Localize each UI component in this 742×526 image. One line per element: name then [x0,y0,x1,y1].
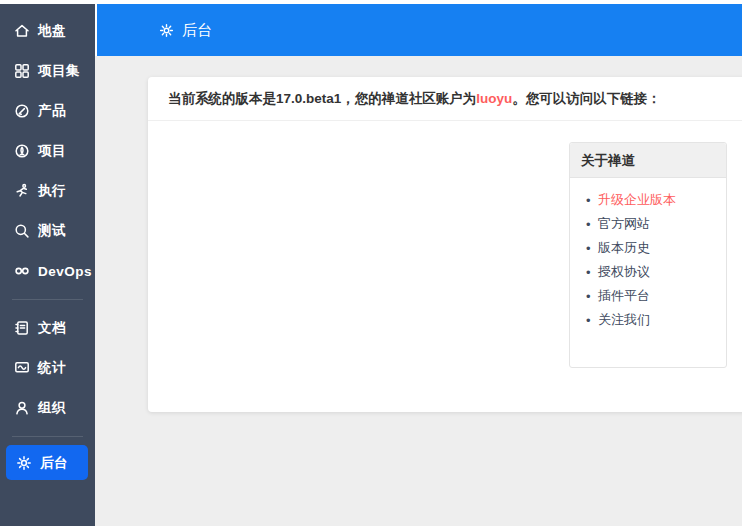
main-card: 当前系统的版本是17.0.beta1，您的禅道社区账户为luoyu。您可以访问以… [148,77,742,412]
sidebar-item-organization[interactable]: 组织 [0,388,95,428]
page: 地盘 项目集 产品 项目 执行 [0,0,742,526]
list-item: • 官方网站 [570,212,726,236]
sidebar-item-label: 后台 [40,454,68,472]
sidebar-item-project[interactable]: 项目 [0,131,95,171]
version-history-link[interactable]: 版本历史 [598,239,650,257]
gear-icon [158,22,175,39]
sidebar-item-label: 产品 [38,102,66,120]
topbar: 后台 [97,4,742,56]
sidebar-item-program[interactable]: 项目集 [0,51,95,91]
grid-icon [13,62,31,80]
sidebar-item-label: 测试 [38,222,66,240]
official-site-link[interactable]: 官方网站 [598,215,650,233]
sidebar-divider [12,436,83,437]
product-icon [13,102,31,120]
stats-monitor-icon [13,359,31,377]
gear-icon [15,454,33,472]
about-panel-title: 关于禅道 [570,143,726,178]
list-item: • 插件平台 [570,284,726,308]
organization-person-icon [13,399,31,417]
project-icon [13,142,31,160]
sidebar-item-label: 项目 [38,142,66,160]
sidebar-item-dashboard[interactable]: 地盘 [0,11,95,51]
about-panel: 关于禅道 • 升级企业版本 • 官方网站 • 版本历史 • [569,142,727,368]
follow-us-link[interactable]: 关注我们 [598,311,650,329]
list-item: • 版本历史 [570,236,726,260]
about-link-list: • 升级企业版本 • 官方网站 • 版本历史 • 授权协议 [570,178,726,332]
community-account: luoyu [476,91,512,106]
bullet-icon: • [586,289,598,304]
sidebar-item-label: 地盘 [38,22,66,40]
sidebar-item-label: 统计 [38,359,66,377]
sidebar-item-admin[interactable]: 后台 [6,445,88,480]
version-notice-suffix: 。您可以访问以下链接： [512,90,661,108]
sidebar-item-product[interactable]: 产品 [0,91,95,131]
sidebar: 地盘 项目集 产品 项目 执行 [0,4,95,526]
home-icon [13,22,31,40]
topbar-title: 后台 [182,21,212,40]
list-item: • 关注我们 [570,308,726,332]
sidebar-divider [12,299,83,300]
bullet-icon: • [586,265,598,280]
license-link[interactable]: 授权协议 [598,263,650,281]
bullet-icon: • [586,241,598,256]
sidebar-item-test[interactable]: 测试 [0,211,95,251]
list-item: • 升级企业版本 [570,188,726,212]
test-magnifier-icon [13,222,31,240]
bullet-icon: • [586,313,598,328]
sidebar-item-execution[interactable]: 执行 [0,171,95,211]
devops-infinity-icon [13,262,31,280]
bullet-icon: • [586,193,598,208]
execution-runner-icon [13,182,31,200]
upgrade-enterprise-link[interactable]: 升级企业版本 [598,191,676,209]
document-icon [13,319,31,337]
sidebar-item-label: 项目集 [38,62,80,80]
sidebar-item-label: DevOps [38,264,92,279]
sidebar-item-devops[interactable]: DevOps [0,251,95,291]
sidebar-item-stats[interactable]: 统计 [0,348,95,388]
sidebar-item-label: 组织 [38,399,66,417]
sidebar-item-label: 执行 [38,182,66,200]
plugin-platform-link[interactable]: 插件平台 [598,287,650,305]
sidebar-item-doc[interactable]: 文档 [0,308,95,348]
sidebar-item-label: 文档 [38,319,66,337]
list-item: • 授权协议 [570,260,726,284]
content-area: 当前系统的版本是17.0.beta1，您的禅道社区账户为luoyu。您可以访问以… [95,56,742,526]
version-notice-prefix: 当前系统的版本是17.0.beta1，您的禅道社区账户为 [168,90,476,108]
bullet-icon: • [586,217,598,232]
version-notice: 当前系统的版本是17.0.beta1，您的禅道社区账户为luoyu。您可以访问以… [148,77,742,121]
